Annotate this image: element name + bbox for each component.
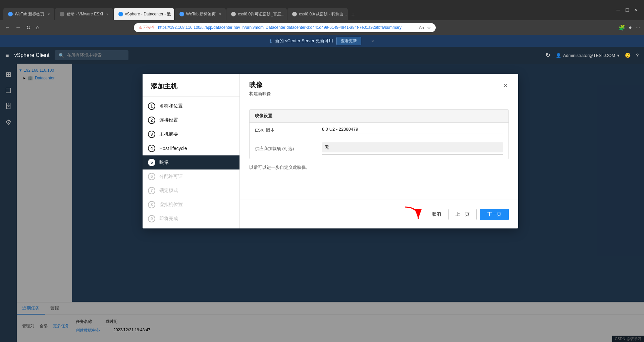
tab-close-wetab2[interactable]: × — [219, 12, 221, 16]
browser-tabs: WeTab 新标签页 × 登录 - VMware ESXi × vSphere … — [3, 0, 614, 20]
dialog-subtitle: 构建新映像 — [249, 91, 271, 97]
wizard-step-6[interactable]: 6 分配许可证 — [143, 169, 239, 184]
arrow-hint — [401, 205, 422, 223]
step-label-7: 锁定模式 — [159, 188, 178, 194]
step-num-1: 1 — [148, 102, 155, 110]
app-header: ≡ vSphere Client 🔍 在所有环境中搜索 ↻ 👤 Administ… — [0, 47, 644, 64]
global-search-box[interactable]: 🔍 在所有环境中搜索 — [55, 50, 128, 60]
previous-button[interactable]: 上一页 — [448, 209, 477, 220]
sidebar-icon-dashboard[interactable]: ⊞ — [0, 67, 17, 82]
wizard-step-2[interactable]: 2 连接设置 — [143, 113, 239, 127]
user-dropdown-icon[interactable]: ▾ — [617, 53, 620, 58]
step-num-6: 6 — [148, 173, 155, 180]
dialog-title: 映像 — [249, 80, 271, 89]
sidebar-icon-settings[interactable]: ⚙ — [0, 115, 17, 130]
forward-button[interactable]: → — [14, 23, 22, 32]
vendor-addon-label: 供应商加载项 (可选) — [255, 146, 322, 152]
tab-label-vmware: 登录 - VMware ESXi — [66, 11, 103, 17]
refresh-icon[interactable]: ↻ — [545, 52, 550, 59]
tab-label-vsphere: vSphere - Datacenter - 数 — [125, 11, 171, 17]
sidebar: ⊞ ❑ 🗄 ⚙ — [0, 64, 17, 342]
new-tab-button[interactable]: + — [348, 10, 358, 20]
add-host-dialog: 添加主机 1 名称和位置 2 连接设置 — [143, 74, 518, 228]
tab-favicon-esxi1 — [231, 12, 236, 16]
step-num-2: 2 — [148, 117, 155, 124]
settings-row-esxi-version: ESXi 版本 8.0 U2 - 22380479 — [250, 123, 508, 138]
extensions-icon[interactable]: 🧩 — [619, 24, 625, 31]
maximize-button[interactable]: □ — [626, 7, 629, 13]
step-num-5: 5 — [148, 159, 155, 166]
dialog-header-text: 映像 构建新映像 — [249, 80, 271, 97]
notification-info-icon: ℹ — [270, 39, 272, 44]
notification-close-button[interactable]: × — [371, 39, 374, 44]
bookmark-icon[interactable]: ☆ — [427, 25, 431, 30]
home-button[interactable]: ⌂ — [35, 23, 41, 32]
esxi-version-text: 8.0 U2 - 22380479 — [322, 127, 358, 132]
vendor-addon-text: 无 — [325, 145, 329, 150]
tab-close-vmware[interactable]: × — [106, 12, 108, 16]
url-bar[interactable]: ⚠ 不安全 https://192.168.116.100/ui/app/dat… — [134, 23, 436, 32]
browser-tab-vmware[interactable]: 登录 - VMware ESXi × — [55, 8, 113, 20]
notification-bar: ℹ 新的 vCenter Server 更新可用 查看更新 × — [0, 35, 644, 47]
username: Administrator@TEST.COM — [563, 53, 615, 58]
user-info[interactable]: 👤 Administrator@TEST.COM ▾ — [556, 53, 620, 58]
smiley-icon[interactable]: 🙂 — [625, 53, 631, 58]
step-label-2: 连接设置 — [159, 117, 178, 123]
wizard-step-5[interactable]: 5 映像 — [143, 155, 239, 169]
settings-icon[interactable]: ⋯ — [635, 24, 641, 31]
wizard-step-8[interactable]: 8 虚拟机位置 — [143, 198, 239, 212]
settings-section-header: 映像设置 — [250, 110, 508, 123]
app-title: vSphere Client — [14, 52, 50, 58]
wizard-step-4[interactable]: 4 Host lifecycle — [143, 141, 239, 155]
step-num-8: 8 — [148, 201, 155, 208]
step-num-9: 9 — [148, 215, 155, 222]
reload-button[interactable]: ↻ — [25, 23, 32, 32]
step-label-1: 名称和位置 — [159, 103, 183, 109]
back-button[interactable]: ← — [3, 23, 11, 32]
address-right-icons: 🧩 ● ⋯ — [619, 24, 641, 31]
sidebar-icon-vms[interactable]: ❑ — [0, 83, 17, 98]
tab-label-esxi1: esxi8.0许可证密钥_百度... — [238, 11, 284, 17]
wizard-steps: 1 名称和位置 2 连接设置 3 主机摘要 — [143, 96, 239, 228]
step-label-4: Host lifecycle — [159, 146, 187, 151]
wizard-step-3[interactable]: 3 主机摘要 — [143, 127, 239, 141]
wizard-step-7[interactable]: 7 锁定模式 — [143, 184, 239, 198]
sidebar-icon-storage[interactable]: 🗄 — [0, 99, 17, 114]
tab-close-wetab1[interactable]: × — [48, 12, 50, 16]
header-right: ↻ 👤 Administrator@TEST.COM ▾ 🙂 ? — [545, 52, 639, 59]
browser-tab-esxi2[interactable]: esxi8.0测试密钥 - 昵称曲... × — [287, 8, 348, 20]
tab-label-wetab1: WeTab 新标签页 — [15, 11, 44, 17]
cancel-button[interactable]: 取消 — [428, 209, 445, 219]
hamburger-menu[interactable]: ≡ — [5, 52, 9, 59]
main-layout: ⊞ ❑ 🗄 ⚙ ▾ 192.168.116.100 ▸ 🏢 Datacenter — [0, 64, 644, 342]
browser-window-controls: ─ □ × — [616, 7, 637, 13]
dialog-close-button[interactable]: × — [502, 80, 509, 91]
nav-buttons: ← → ↻ ⌂ — [3, 23, 41, 32]
minimize-button[interactable]: ─ — [616, 7, 620, 13]
browser-tab-wetab2[interactable]: WeTab 新标签页 × — [175, 8, 226, 20]
profile-icon[interactable]: ● — [629, 24, 632, 30]
help-icon[interactable]: ? — [636, 53, 639, 58]
tab-favicon-wetab1 — [8, 12, 13, 16]
url-icons: Aa ☆ — [419, 25, 431, 30]
step-label-5: 映像 — [159, 159, 169, 165]
wizard-step-9[interactable]: 9 即将完成 — [143, 212, 239, 226]
vendor-addon-value: 无 — [322, 142, 503, 155]
settings-row-vendor-addon: 供应商加载项 (可选) 无 — [250, 138, 508, 159]
browser-tab-wetab1[interactable]: WeTab 新标签页 × — [3, 8, 54, 20]
close-window-button[interactable]: × — [634, 7, 637, 13]
next-button[interactable]: 下一页 — [480, 209, 509, 220]
notification-action-button[interactable]: 查看更新 — [336, 37, 361, 45]
browser-tab-vsphere[interactable]: vSphere - Datacenter - 数 × — [114, 8, 174, 20]
browser-tab-esxi1[interactable]: esxi8.0许可证密钥_百度... × — [226, 8, 287, 20]
dialog-body: 映像设置 ESXi 版本 8.0 U2 - 22380479 — [240, 101, 518, 200]
address-bar: ← → ↻ ⌂ ⚠ 不安全 https://192.168.116.100/ui… — [0, 20, 644, 35]
security-warning: ⚠ 不安全 — [139, 25, 155, 30]
step-num-4: 4 — [148, 145, 155, 152]
dialog-footer: 取消 上一页 下一页 — [240, 200, 518, 228]
step-label-3: 主机摘要 — [159, 131, 178, 137]
tab-favicon-esxi2 — [292, 12, 297, 16]
dialog-right-panel: 映像 构建新映像 × 映像设置 ESXi 版本 — [240, 74, 518, 228]
wizard-step-1[interactable]: 1 名称和位置 — [143, 99, 239, 113]
search-icon: 🔍 — [59, 53, 64, 58]
